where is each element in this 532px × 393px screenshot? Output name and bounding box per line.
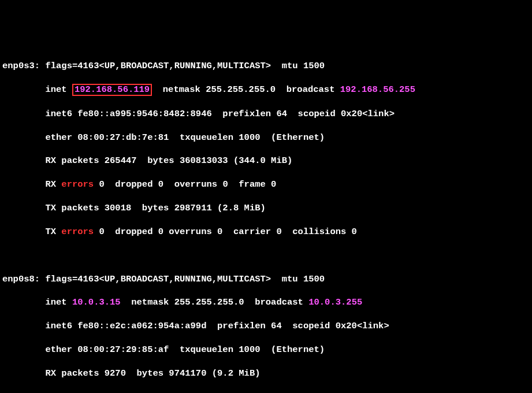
terminal-output: enp0s3: flags=4163<UP,BROADCAST,RUNNING,… (2, 49, 530, 393)
iface-rxpackets-0: RX packets 265447 bytes 360813033 (344.0… (2, 155, 530, 166)
broadcast-0: 192.168.56.255 (340, 84, 415, 95)
iface-inet-1: inet 10.0.3.15 netmask 255.255.255.0 bro… (2, 296, 530, 308)
iface-inet6-0: inet6 fe80::a995:9546:8482:8946 prefixle… (2, 108, 530, 120)
iface-rxerrors-0: RX errors 0 dropped 0 overruns 0 frame 0 (2, 179, 530, 190)
errors-label: errors (61, 179, 94, 190)
iface-inet-0: inet 192.168.56.119 netmask 255.255.255.… (2, 84, 530, 96)
iface-txpackets-0: TX packets 30018 bytes 2987911 (2.8 MiB) (2, 202, 530, 214)
errors-label: errors (61, 227, 94, 237)
iface-rxpackets-1: RX packets 9270 bytes 9741170 (9.2 MiB) (2, 368, 530, 379)
iface-header-0: enp0s3: flags=4163<UP,BROADCAST,RUNNING,… (2, 60, 530, 72)
highlighted-ip: 192.168.56.119 (72, 84, 152, 96)
broadcast-1: 10.0.3.255 (308, 297, 362, 307)
iface-header-1: enp0s8: flags=4163<UP,BROADCAST,RUNNING,… (2, 273, 530, 285)
iface-ether-1: ether 08:00:27:29:85:af txqueuelen 1000 … (2, 344, 530, 355)
ip-address-1: 10.0.3.15 (72, 297, 121, 307)
blank-line (2, 250, 530, 261)
iface-inet6-1: inet6 fe80::e2c:a062:954a:a99d prefixlen… (2, 320, 530, 332)
ip-address-0: 192.168.56.119 (75, 84, 150, 95)
iface-ether-0: ether 08:00:27:db:7e:81 txqueuelen 1000 … (2, 132, 530, 143)
iface-txerrors-0: TX errors 0 dropped 0 overruns 0 carrier… (2, 226, 530, 238)
